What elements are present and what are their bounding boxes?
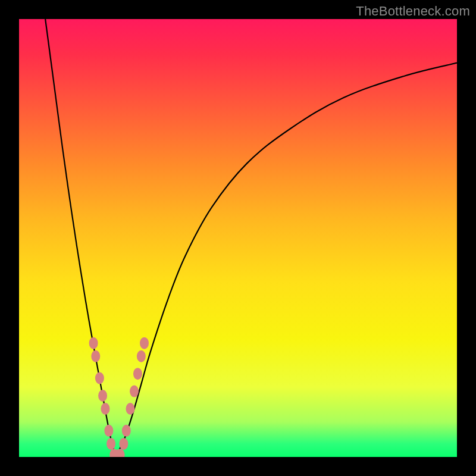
data-marker <box>130 386 139 397</box>
chart-svg <box>19 19 457 457</box>
data-marker <box>119 438 128 450</box>
data-marker <box>107 438 115 450</box>
data-marker <box>137 350 146 362</box>
data-marker <box>126 403 134 415</box>
data-marker <box>101 403 109 415</box>
data-marker <box>95 372 104 384</box>
markers-group <box>89 337 149 457</box>
data-marker <box>140 337 149 349</box>
plot-area <box>19 19 457 457</box>
data-marker <box>91 350 100 362</box>
chart-frame: TheBottleneck.com <box>0 0 476 476</box>
data-marker <box>133 368 142 380</box>
watermark-text: TheBottleneck.com <box>356 4 470 19</box>
series-right-arm <box>115 63 457 457</box>
data-marker <box>104 425 113 437</box>
data-marker <box>122 425 131 437</box>
data-marker <box>89 337 98 349</box>
data-marker <box>98 390 107 402</box>
